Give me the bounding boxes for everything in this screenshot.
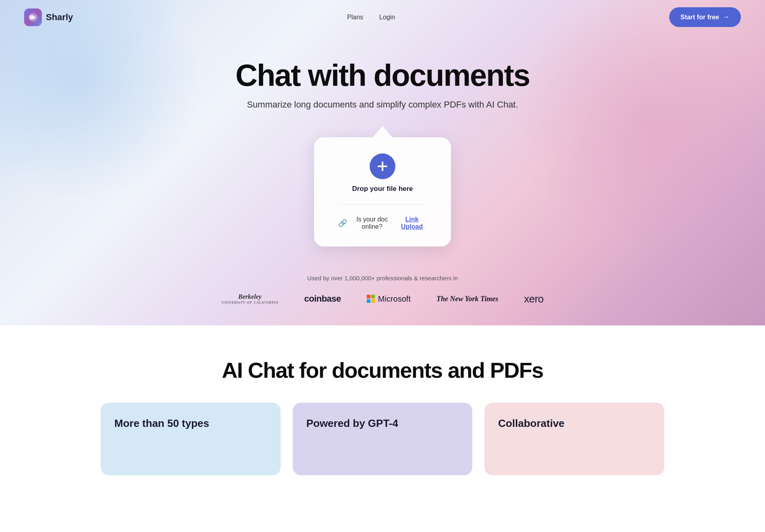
trusted-logos-row: Berkeley University of California coinba… — [221, 293, 544, 305]
navbar: Sharly Plans Login Start for free → — [0, 0, 765, 34]
feature-card-collab: Collaborative — [484, 403, 664, 475]
link-upload-row: 🔗 Is your doc online? Link Upload — [338, 216, 427, 230]
nav-links: Plans Login — [347, 14, 395, 21]
drop-file-text: Drop your file here — [352, 185, 413, 193]
logo-berkeley: Berkeley University of California — [221, 293, 279, 305]
feature-title-gpt4: Powered by GPT-4 — [306, 417, 459, 430]
feature-title-types: More than 50 types — [114, 417, 267, 430]
upload-card-wrapper: Drop your file here 🔗 Is your doc online… — [314, 126, 451, 246]
ai-section-title: AI Chat for documents and PDFs — [222, 358, 543, 383]
trusted-section: Used by over 1,000,000+ professionals & … — [0, 275, 765, 325]
online-doc-label: Is your doc online? — [350, 216, 394, 230]
hero-content: Chat with documents Summarize long docum… — [0, 34, 765, 246]
svg-point-2 — [33, 16, 36, 19]
feature-card-gpt4: Powered by GPT-4 — [293, 403, 473, 475]
upload-card[interactable]: Drop your file here 🔗 Is your doc online… — [314, 137, 451, 246]
features-grid: More than 50 types Powered by GPT-4 Coll… — [101, 403, 664, 475]
ai-chat-section: AI Chat for documents and PDFs More than… — [0, 325, 765, 491]
card-divider — [338, 204, 427, 205]
upload-plus-button[interactable] — [370, 153, 395, 179]
logo-xero: xero — [524, 293, 544, 305]
plans-link[interactable]: Plans — [347, 14, 363, 21]
link-icon: 🔗 — [338, 219, 347, 228]
logo-coinbase: coinbase — [304, 294, 341, 304]
cta-arrow-icon: → — [722, 13, 730, 21]
logo-nyt: The New York Times — [436, 295, 498, 303]
logo-microsoft: Microsoft — [367, 294, 411, 304]
brand-name: Sharly — [46, 12, 73, 23]
hero-section: Sharly Plans Login Start for free → Chat… — [0, 0, 765, 325]
feature-card-types: More than 50 types — [101, 403, 281, 475]
link-upload-button[interactable]: Link Upload — [397, 216, 427, 230]
start-free-button[interactable]: Start for free → — [669, 7, 741, 27]
login-link[interactable]: Login — [379, 14, 395, 21]
feature-title-collab: Collaborative — [498, 417, 651, 430]
hero-title: Chat with documents — [236, 58, 529, 92]
logo-icon — [24, 8, 42, 26]
hero-subtitle: Summarize long documents and simplify co… — [247, 99, 518, 110]
card-arrow-decoration — [373, 126, 392, 137]
trusted-description: Used by over 1,000,000+ professionals & … — [307, 275, 458, 282]
svg-rect-4 — [378, 166, 387, 167]
microsoft-grid-icon — [367, 295, 375, 303]
logo-container: Sharly — [24, 8, 73, 26]
